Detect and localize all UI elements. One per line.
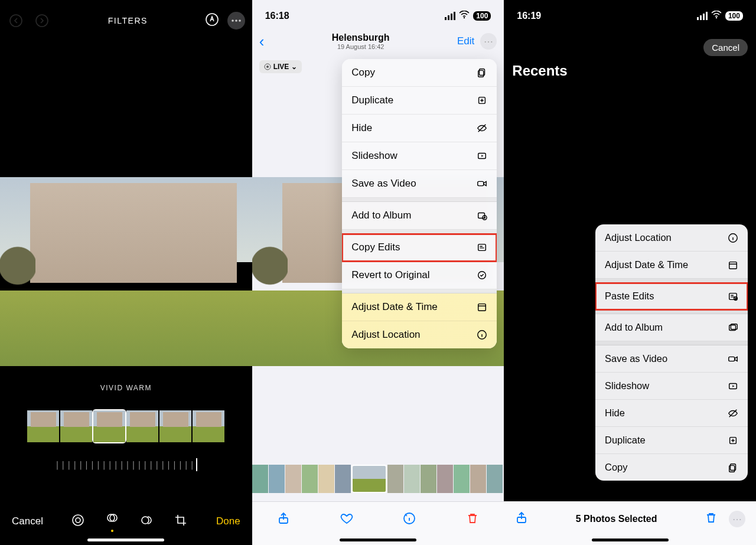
share-icon[interactable] [514, 511, 529, 527]
video-icon [725, 354, 738, 364]
more-button[interactable]: ⋯ [480, 33, 497, 50]
menu-hide[interactable]: Hide [595, 400, 748, 427]
menu-label: Copy Edits [351, 242, 400, 253]
filter-thumb-selected[interactable] [93, 410, 125, 442]
menu-hide[interactable]: Hide [342, 115, 497, 142]
svg-point-3 [232, 19, 234, 22]
svg-rect-29 [729, 262, 737, 269]
crop-tool-icon[interactable] [174, 513, 188, 530]
menu-duplicate[interactable]: Duplicate [595, 427, 748, 454]
menu-label: Save as Video [351, 178, 416, 190]
menu-slideshow[interactable]: Slideshow [595, 373, 748, 400]
calendar-icon [725, 260, 738, 270]
cancel-button[interactable]: Cancel [12, 515, 43, 527]
svg-point-4 [235, 19, 237, 22]
menu-save-video[interactable]: Save as Video [595, 345, 748, 373]
battery-icon: 100 [473, 11, 491, 21]
info-icon [474, 329, 487, 340]
chevron-down-icon: ⌄ [291, 63, 297, 71]
photo-location-title: Helensburgh [332, 32, 390, 43]
adjust-tool-icon[interactable] [71, 513, 85, 530]
hide-icon [725, 408, 738, 419]
svg-rect-21 [478, 244, 486, 251]
menu-label: Slideshow [351, 150, 397, 162]
selected-badge: ✓ [571, 323, 584, 336]
svg-point-0 [10, 15, 22, 27]
home-indicator [340, 539, 416, 541]
filters-tool-icon[interactable] [105, 511, 119, 532]
menu-save-video[interactable]: Save as Video [342, 170, 497, 198]
menu-label: Adjust Location [605, 232, 672, 243]
selection-count: 5 Photos Selected [576, 514, 657, 524]
menu-label: Copy [605, 462, 628, 473]
menu-add-album[interactable]: Add to Album [595, 314, 748, 341]
more-button[interactable]: ⋯ [729, 511, 745, 527]
menu-adjust-datetime[interactable]: Adjust Date & Time [595, 252, 748, 279]
add-album-icon [725, 322, 738, 333]
copy-icon [474, 67, 487, 78]
menu-label: Add to Album [351, 210, 411, 221]
duplicate-icon [725, 435, 738, 446]
svg-point-13 [266, 66, 269, 68]
menu-add-album[interactable]: Add to Album [342, 202, 497, 230]
menu-label: Duplicate [351, 94, 393, 106]
menu-adjust-datetime[interactable]: Adjust Date & Time [342, 293, 497, 321]
panel-filter-editor: FILTERS VIVID WARM |||||||||||||||||||||… [0, 0, 252, 545]
markup-icon[interactable] [205, 12, 219, 29]
menu-label: Hide [351, 122, 372, 134]
revert-icon [474, 270, 487, 280]
filter-thumbs[interactable] [0, 410, 252, 442]
live-badge[interactable]: LIVE ⌄ [259, 60, 302, 73]
action-menu: Copy Duplicate Hide Slideshow Save as Vi… [342, 59, 497, 348]
live-badge-label: LIVE [273, 63, 289, 71]
redo-icon[interactable] [33, 12, 51, 30]
info-icon[interactable] [402, 511, 416, 528]
slideshow-icon [725, 381, 738, 391]
status-time: 16:18 [265, 11, 289, 21]
thumbnail-strip[interactable] [252, 465, 504, 493]
editor-bottombar: Cancel Done [0, 498, 252, 545]
menu-adjust-location[interactable]: Adjust Location [342, 321, 497, 348]
share-icon[interactable] [276, 511, 291, 528]
action-menu: Adjust Location Adjust Date & Time Paste… [595, 224, 748, 481]
cancel-button[interactable]: Cancel [703, 39, 748, 56]
panel-photo-detail: 16:18 100 ‹ Helensburgh 19 August 16:42 … [252, 0, 504, 545]
selected-badge: ✓ [571, 408, 584, 421]
add-album-icon [474, 210, 487, 221]
home-indicator [87, 539, 164, 541]
undo-icon[interactable] [7, 12, 25, 30]
more-icon[interactable] [227, 12, 245, 30]
edit-button[interactable]: Edit [457, 35, 474, 47]
panel-photo-grid: ✓ ✓ 16:19 100 Cancel Recents Adjust Loca… [504, 0, 756, 545]
portrait-tool-icon[interactable] [139, 513, 154, 530]
photo-preview[interactable] [0, 177, 252, 366]
trash-icon[interactable] [465, 511, 480, 528]
intensity-slider[interactable]: |||||||||||||||||||||||| [0, 458, 252, 472]
menu-copy[interactable]: Copy [595, 454, 748, 481]
svg-point-6 [73, 515, 83, 526]
menu-label: Adjust Location [351, 329, 420, 341]
status-bar: 16:18 100 [252, 0, 504, 27]
menu-slideshow[interactable]: Slideshow [342, 142, 497, 170]
trash-icon[interactable] [704, 511, 718, 527]
done-button[interactable]: Done [216, 515, 240, 527]
menu-paste-edits[interactable]: Paste Edits [595, 283, 748, 310]
favorite-icon[interactable] [340, 511, 354, 528]
calendar-icon [474, 302, 487, 312]
back-button[interactable]: ‹ [259, 34, 265, 49]
navbar-title-group: Helensburgh 19 August 16:42 [332, 32, 390, 50]
menu-copy-edits[interactable]: Copy Edits [342, 234, 497, 262]
svg-point-1 [36, 15, 48, 27]
menu-adjust-location[interactable]: Adjust Location [595, 224, 748, 252]
menu-duplicate[interactable]: Duplicate [342, 87, 497, 115]
svg-point-11 [464, 17, 465, 18]
menu-label: Slideshow [605, 380, 649, 391]
menu-label: Adjust Date & Time [605, 259, 688, 270]
menu-label: Adjust Date & Time [351, 301, 438, 313]
menu-revert[interactable]: Revert to Original [342, 262, 497, 289]
filter-name-label: VIVID WARM [0, 384, 252, 392]
album-title: Recents [512, 63, 567, 79]
menu-copy[interactable]: Copy [342, 59, 497, 87]
menu-label: Add to Album [605, 322, 663, 333]
editor-topbar: FILTERS [0, 0, 252, 35]
